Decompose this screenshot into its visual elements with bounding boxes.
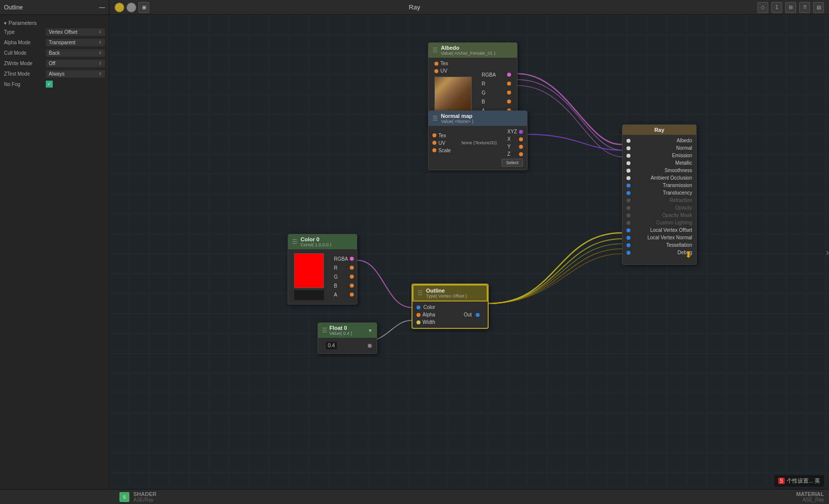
- download-icon[interactable]: ⬇: [685, 249, 692, 260]
- color-port-rgba: RGBA: [330, 255, 358, 263]
- toolbar-icons: ▣: [114, 2, 149, 13]
- canvas-area[interactable]: ☰ Albedo Value( Archer_Female_01 ) Tex U…: [109, 15, 829, 489]
- normal-port-tex: Tex: [428, 132, 455, 139]
- port-outline-color-in[interactable]: [416, 305, 420, 309]
- panel-title: Outline: [4, 4, 23, 11]
- port-tex-dot[interactable]: [434, 62, 438, 66]
- normal-select-button[interactable]: Select: [502, 159, 523, 167]
- port-color-r[interactable]: [350, 266, 354, 270]
- node-color-title: Color 0: [301, 236, 331, 242]
- node-ray[interactable]: Ray Albedo Normal Emission Metallic Smoo…: [622, 124, 697, 265]
- node-normal-map[interactable]: ☰ Normal map Value( <None> ) Tex: [428, 110, 527, 170]
- material-sub: ASE_Ray: [796, 497, 824, 503]
- no-fog-checkbox[interactable]: [46, 81, 53, 88]
- port-ray-refraction: [626, 199, 630, 202]
- icon-diamond[interactable]: ◇: [757, 2, 768, 13]
- port-g-out[interactable]: [507, 91, 511, 95]
- port-float-out[interactable]: [368, 344, 372, 348]
- port-normal-uv[interactable]: [432, 141, 436, 145]
- port-color-a[interactable]: [350, 293, 354, 297]
- color-swatch-black: [294, 290, 324, 300]
- node-float-menu-icon[interactable]: ☰: [322, 327, 327, 334]
- port-ray-ao[interactable]: [626, 176, 630, 180]
- node-color-menu-icon[interactable]: ☰: [292, 238, 298, 245]
- icon-plus-square[interactable]: ⊞: [785, 2, 796, 13]
- node-normal-menu-icon[interactable]: ☰: [432, 115, 438, 122]
- port-ray-local-vertex-offset[interactable]: [626, 228, 630, 232]
- right-panel-arrow[interactable]: ›: [826, 247, 829, 257]
- param-cull-mode: Cull Mode Back: [0, 48, 109, 58]
- shader-icon: S: [119, 492, 129, 502]
- port-normal-tex[interactable]: [432, 133, 436, 137]
- node-albedo-subtitle: Value( Archer_Female_01 ): [441, 51, 495, 56]
- port-ray-local-vertex-normal[interactable]: [626, 236, 630, 240]
- port-b-out[interactable]: [507, 100, 511, 103]
- top-bar: ▣ Ray ◇ 1 ⊞ ⠿ ▤: [0, 0, 829, 15]
- port-ray-smoothness[interactable]: [626, 169, 630, 173]
- color-port-r: R: [330, 264, 358, 272]
- param-ztest-mode: ZTest Mode Always: [0, 69, 109, 79]
- port-ray-metallic[interactable]: [626, 161, 630, 165]
- outline-port-width: Width: [413, 318, 439, 326]
- port-x-out[interactable]: [519, 137, 523, 141]
- icon-circle-gray[interactable]: [126, 2, 136, 12]
- node-outline-subtitle: Type( Vertex Offset ): [426, 294, 467, 299]
- port-ray-opacity: [626, 206, 630, 210]
- shader-info: S SHADER ASE/Ray: [119, 491, 156, 503]
- port-color-b[interactable]: [350, 284, 354, 288]
- normal-port-scale: Scale: [428, 147, 455, 154]
- icon-1[interactable]: 1: [771, 2, 782, 13]
- port-outline-out[interactable]: [476, 313, 480, 317]
- icon-grid[interactable]: ⠿: [799, 2, 810, 13]
- node-outline-menu-icon[interactable]: ☰: [417, 290, 423, 297]
- ray-port-metallic: Metallic: [622, 159, 696, 167]
- panel-title-bar: Outline —: [0, 0, 109, 15]
- node-color-0[interactable]: ☰ Color 0 Const( 1,0,0,0 ) RGBA R: [288, 234, 357, 304]
- port-ray-debug[interactable]: [626, 251, 630, 255]
- port-uv-dot[interactable]: [434, 69, 438, 73]
- ray-port-tessellation: Tessellation: [622, 241, 696, 249]
- node-normal-body: Tex UV Scale: [428, 126, 527, 170]
- float-dropdown-icon[interactable]: ▼: [368, 328, 373, 333]
- node-menu-icon[interactable]: ☰: [432, 47, 438, 54]
- port-ray-translucency[interactable]: [626, 191, 630, 195]
- minimize-button[interactable]: —: [99, 4, 105, 11]
- ray-port-translucency: Translucency: [622, 189, 696, 197]
- port-normal-scale[interactable]: [432, 148, 436, 152]
- icon-circle-yellow[interactable]: [114, 2, 124, 12]
- param-alpha-mode: Alpha Mode Transparent: [0, 37, 109, 48]
- port-rgba-out[interactable]: [507, 73, 511, 77]
- param-zwrite-mode-value[interactable]: Off: [46, 60, 105, 67]
- param-alpha-mode-value[interactable]: Transparent: [46, 39, 105, 46]
- outline-port-color: Color: [413, 303, 439, 311]
- param-ztest-mode-value[interactable]: Always: [46, 70, 105, 78]
- port-ray-normal[interactable]: [626, 146, 630, 150]
- node-color-body: RGBA R G B A: [288, 249, 357, 304]
- port-ray-tessellation[interactable]: [626, 243, 630, 247]
- material-info: MATERIAL ASE_Ray: [796, 491, 824, 503]
- ray-port-local-vertex-normal: Local Vertex Normal: [622, 234, 696, 241]
- port-xyz-out[interactable]: [519, 130, 523, 134]
- ray-port-ambient-occlusion: Ambient Occlusion: [622, 174, 696, 182]
- ray-port-opacity-mask: Opacity Mask: [622, 211, 696, 219]
- param-cull-mode-value[interactable]: Back: [46, 49, 105, 57]
- cn-settings-text[interactable]: S 个性设置... 英: [774, 475, 824, 487]
- node-albedo-title: Albedo: [441, 45, 495, 51]
- param-type-value[interactable]: Vertex Offset: [46, 28, 105, 36]
- port-color-rgba[interactable]: [350, 257, 354, 261]
- icon-square-gray[interactable]: ▣: [138, 2, 149, 13]
- port-ray-emission[interactable]: [626, 154, 630, 158]
- port-color-g[interactable]: [350, 275, 354, 279]
- port-ray-albedo[interactable]: [626, 139, 630, 143]
- port-z-out[interactable]: [519, 152, 523, 156]
- node-outline[interactable]: ☰ Outline Type( Vertex Offset ) Color Al…: [412, 284, 489, 329]
- normal-port-xyz: XYZ: [504, 128, 527, 135]
- port-ray-transmission[interactable]: [626, 184, 630, 188]
- port-outline-alpha-in[interactable]: [416, 313, 420, 317]
- port-outline-width-in[interactable]: [416, 320, 420, 324]
- icon-panel[interactable]: ▤: [813, 2, 824, 13]
- port-y-out[interactable]: [519, 145, 523, 149]
- port-r-out[interactable]: [507, 82, 511, 86]
- node-color-header: ☰ Color 0 Const( 1,0,0,0 ): [288, 234, 357, 249]
- node-float-0[interactable]: ☰ Float 0 Value( 0.4 ) ▼ 0.4: [317, 322, 377, 354]
